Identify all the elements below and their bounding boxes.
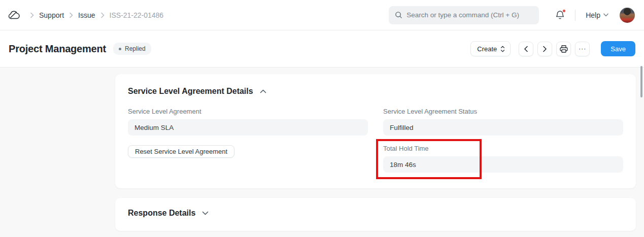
sla-collapse-toggle[interactable] bbox=[259, 88, 267, 94]
document-toolbar: Create ··· Save bbox=[470, 41, 635, 56]
response-details-card: Response Details bbox=[115, 198, 636, 231]
printer-icon bbox=[560, 45, 568, 53]
next-document-button[interactable] bbox=[537, 42, 552, 56]
breadcrumb: Support Issue ISS-21-22-01486 bbox=[7, 9, 163, 21]
chevron-up-icon bbox=[260, 89, 266, 93]
page-title: Project Management bbox=[9, 43, 106, 55]
sla-section-title: Service Level Agreement Details bbox=[128, 87, 253, 96]
search-placeholder: Search or type a command (Ctrl + G) bbox=[406, 11, 519, 19]
topbar-right-cluster: Search or type a command (Ctrl + G) Help bbox=[389, 6, 635, 24]
breadcrumb-separator-icon bbox=[69, 12, 73, 18]
create-button-label: Create bbox=[477, 45, 497, 53]
cloud-logo-icon bbox=[7, 9, 23, 21]
reset-sla-cell: Reset Service Level Agreement bbox=[128, 145, 368, 173]
top-navigation-bar: Support Issue ISS-21-22-01486 Search or … bbox=[0, 0, 644, 30]
help-menu-button[interactable]: Help bbox=[586, 11, 608, 19]
user-avatar[interactable] bbox=[620, 8, 635, 23]
field-sla-status: Service Level Agreement Status Fulfilled bbox=[383, 108, 623, 136]
chevron-down-icon bbox=[603, 13, 608, 17]
chevron-right-icon bbox=[543, 46, 547, 52]
notification-unread-dot bbox=[562, 9, 566, 13]
document-header: Project Management Replied Create ··· bbox=[0, 30, 644, 67]
page-scrollbar-thumb[interactable] bbox=[640, 66, 642, 97]
ellipsis-icon: ··· bbox=[579, 46, 586, 52]
sla-details-card: Service Level Agreement Details Service … bbox=[115, 74, 636, 188]
field-total-hold-time: Total Hold Time 18m 46s bbox=[383, 145, 623, 173]
save-button[interactable]: Save bbox=[601, 41, 635, 56]
search-icon bbox=[395, 11, 402, 19]
sla-section-header: Service Level Agreement Details bbox=[128, 87, 623, 96]
breadcrumb-item-support[interactable]: Support bbox=[39, 11, 64, 19]
help-label: Help bbox=[586, 11, 600, 19]
sla-status-field-input[interactable]: Fulfilled bbox=[383, 119, 623, 136]
breadcrumb-item-issue[interactable]: Issue bbox=[78, 11, 95, 19]
global-search-input[interactable]: Search or type a command (Ctrl + G) bbox=[389, 6, 539, 24]
field-service-level-agreement: Service Level Agreement Medium SLA bbox=[128, 108, 368, 136]
breadcrumb-separator-icon bbox=[100, 12, 105, 18]
status-badge-label: Replied bbox=[125, 45, 146, 52]
select-chevrons-icon bbox=[500, 46, 505, 52]
reset-sla-button[interactable]: Reset Service Level Agreement bbox=[128, 145, 234, 158]
topbar-divider bbox=[575, 10, 575, 21]
status-dot-icon bbox=[119, 48, 121, 50]
sla-fields-grid: Service Level Agreement Medium SLA Servi… bbox=[128, 108, 623, 173]
frappe-cloud-logo[interactable] bbox=[7, 9, 23, 21]
chevron-left-icon bbox=[524, 46, 528, 52]
form-content-area: Service Level Agreement Details Service … bbox=[0, 67, 644, 237]
notifications-bell-button[interactable] bbox=[555, 10, 565, 20]
sla-status-field-label: Service Level Agreement Status bbox=[383, 108, 623, 115]
chevron-down-icon bbox=[202, 211, 209, 215]
breadcrumb-item-issue-id[interactable]: ISS-21-22-01486 bbox=[110, 11, 164, 19]
create-button[interactable]: Create bbox=[470, 41, 511, 56]
previous-document-button[interactable] bbox=[519, 42, 533, 56]
sla-field-label: Service Level Agreement bbox=[128, 108, 368, 115]
response-section-header: Response Details bbox=[128, 209, 623, 218]
hold-time-field-label: Total Hold Time bbox=[383, 145, 623, 152]
status-badge: Replied bbox=[113, 43, 151, 55]
sla-field-input[interactable]: Medium SLA bbox=[128, 119, 368, 136]
print-button[interactable] bbox=[556, 42, 571, 56]
hold-time-field-input[interactable]: 18m 46s bbox=[383, 156, 623, 173]
more-actions-button[interactable]: ··· bbox=[575, 42, 590, 56]
response-collapse-toggle[interactable] bbox=[201, 210, 210, 216]
response-section-title: Response Details bbox=[128, 209, 195, 218]
breadcrumb-separator-icon bbox=[30, 12, 34, 18]
